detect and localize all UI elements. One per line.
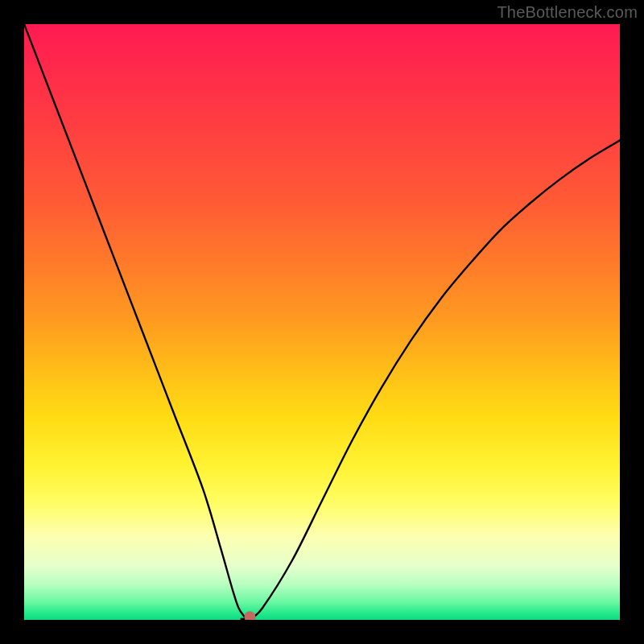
- bottleneck-curve: [24, 24, 620, 620]
- chart-frame: TheBottleneck.com: [0, 0, 644, 644]
- marker-dot: [244, 611, 255, 620]
- plot-area: [24, 24, 620, 620]
- attribution-text: TheBottleneck.com: [497, 3, 638, 22]
- chart-svg: [24, 24, 620, 620]
